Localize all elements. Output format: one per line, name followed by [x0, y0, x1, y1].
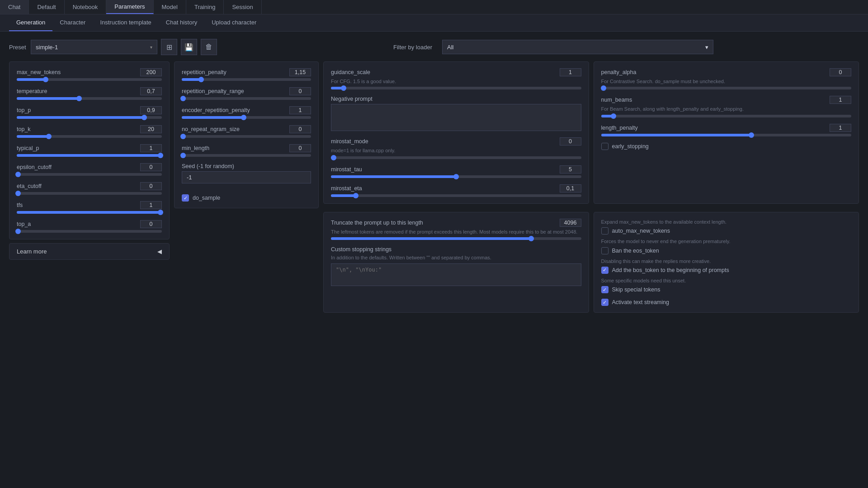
top-k-slider[interactable] [17, 135, 162, 138]
filter-chevron-icon: ▾ [705, 44, 708, 51]
top-a-slider[interactable] [17, 230, 162, 233]
penalty-alpha-slider[interactable] [601, 87, 852, 89]
bottom-checkboxes: Expand max_new_tokens to the available c… [601, 219, 852, 306]
subnav-upload[interactable]: Upload character [204, 14, 264, 31]
mirostat-mode-desc: mode=1 is for llama.cpp only. [331, 147, 581, 154]
tfs-slider[interactable] [17, 211, 162, 214]
subnav-character[interactable]: Character [52, 14, 93, 31]
copy-preset-button[interactable]: ⊞ [161, 39, 177, 55]
right-top-left-card: guidance_scale 1 For CFG. 1.5 is a good … [323, 61, 589, 204]
early-stopping-label: early_stopping [612, 143, 649, 150]
learn-more-bar[interactable]: Learn more ◀ [9, 243, 170, 260]
nav-notebook[interactable]: Notebook [65, 0, 107, 14]
encoder-rep-penalty-slider[interactable] [182, 116, 311, 119]
param-guidance-scale: guidance_scale 1 For CFG. 1.5 is a good … [331, 68, 581, 89]
temperature-slider[interactable] [17, 97, 162, 100]
mirostat-tau-slider[interactable] [331, 175, 581, 178]
preset-label: Preset [9, 44, 27, 51]
preset-select[interactable]: simple-1 ▾ [31, 40, 157, 54]
truncate-desc: The leftmost tokens are removed if the p… [331, 229, 581, 235]
top-p-slider[interactable] [17, 116, 162, 119]
nav-session[interactable]: Session [224, 0, 261, 14]
preset-section: Preset simple-1 ▾ ⊞ 💾 🗑 [9, 39, 217, 55]
nav-default[interactable]: Default [29, 0, 64, 14]
learn-more-label: Learn more [17, 248, 47, 255]
delete-preset-button[interactable]: 🗑 [201, 39, 217, 55]
main-content: Preset simple-1 ▾ ⊞ 💾 🗑 Filter by loader… [0, 32, 868, 324]
max-new-tokens-slider[interactable] [17, 78, 162, 81]
skip-special-tokens-checkbox[interactable]: ✓ [601, 286, 609, 293]
custom-stopping-input[interactable] [331, 263, 581, 286]
skip-special-tokens-label: Skip special tokens [612, 286, 660, 293]
param-mirostat-eta: mirostat_eta 0,1 [331, 184, 581, 197]
auto-max-new-tokens-row: Expand max_new_tokens to the available c… [601, 219, 852, 235]
add-bos-desc: Disabling this can make the replies more… [601, 258, 852, 265]
repetition-penalty-slider[interactable] [182, 78, 311, 81]
nav-chat[interactable]: Chat [0, 0, 29, 14]
param-epsilon-cutoff: epsilon_cutoff 0 [17, 163, 162, 176]
left-panel: max_new_tokens 200 temperature 0,7 [9, 61, 170, 260]
min-length-slider[interactable] [182, 154, 311, 157]
param-tfs: tfs 1 [17, 201, 162, 214]
ban-eos-token-label: Ban the eos_token [612, 248, 659, 254]
eta-cutoff-slider[interactable] [17, 192, 162, 195]
auto-max-new-tokens-checkbox[interactable] [601, 227, 609, 235]
mirostat-mode-slider[interactable] [331, 156, 581, 159]
filter-value: All [447, 44, 453, 51]
do-sample-checkbox[interactable]: ✓ [182, 194, 189, 202]
subnav-instruction[interactable]: Instruction template [93, 14, 158, 31]
param-repetition-penalty-range: repetition_penalty_range 0 [182, 87, 311, 100]
preset-chevron-icon: ▾ [150, 45, 152, 50]
seed-row: Seed (-1 for random) [182, 163, 311, 188]
add-bos-token-checkbox[interactable]: ✓ [601, 267, 609, 274]
param-temperature: temperature 0,7 [17, 87, 162, 100]
right-top-right-card: penalty_alpha 0 For Contrastive Search. … [594, 61, 859, 204]
add-bos-token-row: Disabling this can make the replies more… [601, 258, 852, 274]
penalty-alpha-desc: For Contrastive Search. do_sample must b… [601, 78, 852, 85]
param-no-repeat-ngram: no_repeat_ngram_size 0 [182, 125, 311, 138]
seed-input[interactable] [182, 171, 311, 183]
param-eta-cutoff: eta_cutoff 0 [17, 182, 162, 195]
epsilon-cutoff-slider[interactable] [17, 173, 162, 176]
param-mirostat-mode: mirostat_mode 0 mode=1 is for llama.cpp … [331, 137, 581, 159]
custom-stopping-row: Custom stopping strings In addition to t… [331, 246, 581, 287]
repetition-penalty-range-slider[interactable] [182, 97, 311, 100]
activate-text-streaming-row: ✓ Activate text streaming [601, 297, 852, 306]
param-repetition-penalty: repetition_penalty 1,15 [182, 68, 311, 81]
typical-p-slider[interactable] [17, 154, 162, 157]
param-encoder-repetition-penalty: encoder_repetition_penalty 1 [182, 106, 311, 119]
early-stopping-row: early_stopping [601, 143, 852, 150]
ban-eos-desc: Forces the model to never end the genera… [601, 238, 852, 245]
filter-select[interactable]: All ▾ [442, 40, 713, 54]
param-max-new-tokens: max_new_tokens 200 [17, 68, 162, 81]
skip-special-desc: Some specific models need this unset. [601, 277, 852, 284]
early-stopping-checkbox[interactable] [601, 143, 609, 150]
copy-icon: ⊞ [166, 43, 172, 52]
nav-training[interactable]: Training [186, 0, 224, 14]
right-panels: guidance_scale 1 For CFG. 1.5 is a good … [323, 61, 859, 316]
filter-label: Filter by loader [393, 44, 439, 51]
ban-eos-token-row: Forces the model to never end the genera… [601, 238, 852, 254]
guidance-scale-slider[interactable] [331, 87, 581, 89]
right-bottom-left-card: Truncate the prompt up to this length 40… [323, 212, 589, 313]
filter-section: Filter by loader All ▾ [393, 40, 713, 54]
nav-model[interactable]: Model [154, 0, 186, 14]
ban-eos-token-checkbox[interactable] [601, 247, 609, 254]
nav-parameters[interactable]: Parameters [106, 0, 153, 14]
auto-max-new-tokens-label: auto_max_new_tokens [612, 228, 670, 234]
mirostat-eta-slider[interactable] [331, 194, 581, 197]
param-typical-p: typical_p 1 [17, 144, 162, 157]
left-params-card: max_new_tokens 200 temperature 0,7 [9, 61, 170, 239]
num-beams-slider[interactable] [601, 115, 852, 117]
length-penalty-slider[interactable] [601, 134, 852, 136]
activate-text-streaming-label: Activate text streaming [612, 299, 669, 305]
activate-text-streaming-checkbox[interactable]: ✓ [601, 299, 609, 306]
save-preset-button[interactable]: 💾 [181, 39, 197, 55]
no-repeat-ngram-slider[interactable] [182, 135, 311, 138]
subnav-history[interactable]: Chat history [159, 14, 204, 31]
subnav-generation[interactable]: Generation [9, 14, 52, 31]
middle-params-card: repetition_penalty 1,15 repetition_penal… [174, 61, 319, 208]
guidance-scale-desc: For CFG. 1.5 is a good value. [331, 78, 581, 85]
negative-prompt-input[interactable] [331, 104, 581, 131]
truncate-slider[interactable] [331, 237, 581, 240]
